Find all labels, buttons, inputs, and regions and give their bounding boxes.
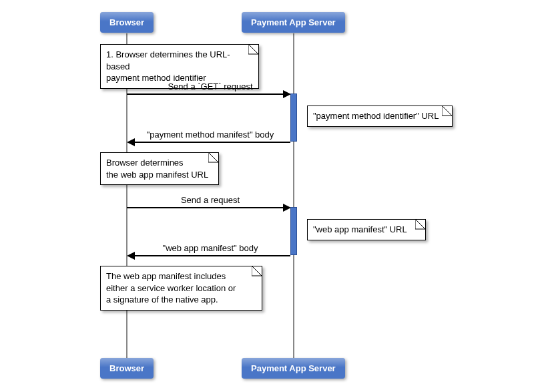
participant-label: Payment App Server — [251, 363, 336, 373]
participant-browser-bottom: Browser — [100, 358, 154, 379]
message-text: "payment method manifest" body — [147, 130, 274, 140]
note-text: Browser determines the web app manifest … — [106, 158, 208, 180]
message-web-app-manifest-body: "web app manifest" body — [127, 243, 294, 253]
arrow-web-app-manifest-body — [135, 255, 290, 256]
note-fold-icon — [209, 153, 218, 162]
arrow-head-icon — [127, 252, 135, 260]
note-text: "payment method identifier" URL — [313, 111, 439, 121]
message-text: Send a `GET` request — [168, 81, 252, 91]
message-text: "web app manifest" body — [163, 243, 258, 253]
message-send-request: Send a request — [127, 195, 294, 205]
note-fold-icon — [443, 106, 452, 116]
note-fold-icon — [249, 45, 258, 54]
note-browser-determines-manifest-url: Browser determines the web app manifest … — [100, 152, 219, 185]
note-web-app-manifest-url: "web app manifest" URL — [307, 219, 426, 240]
participant-label: Browser — [109, 363, 144, 373]
participant-label: Browser — [109, 17, 144, 27]
note-payment-method-identifier-url: "payment method identifier" URL — [307, 106, 453, 127]
note-fold-icon — [252, 266, 262, 276]
note-web-app-manifest-includes: The web app manifest includes either a s… — [100, 266, 262, 311]
message-manifest-body: "payment method manifest" body — [127, 130, 294, 140]
note-fold-icon — [416, 220, 425, 229]
note-text: "web app manifest" URL — [313, 224, 407, 234]
arrow-send-request — [127, 207, 286, 208]
participant-label: Payment App Server — [251, 17, 336, 27]
message-text: Send a request — [181, 195, 240, 205]
participant-browser-top: Browser — [100, 12, 154, 33]
participant-server-bottom: Payment App Server — [242, 358, 345, 379]
message-send-get: Send a `GET` request — [127, 81, 294, 91]
participant-server-top: Payment App Server — [242, 12, 345, 33]
arrow-get-request — [127, 93, 286, 95]
arrow-head-icon — [127, 138, 135, 146]
arrow-manifest-body — [135, 142, 290, 143]
note-text: 1. Browser determines the URL-based paym… — [106, 49, 230, 83]
note-text: The web app manifest includes either a s… — [106, 271, 236, 305]
